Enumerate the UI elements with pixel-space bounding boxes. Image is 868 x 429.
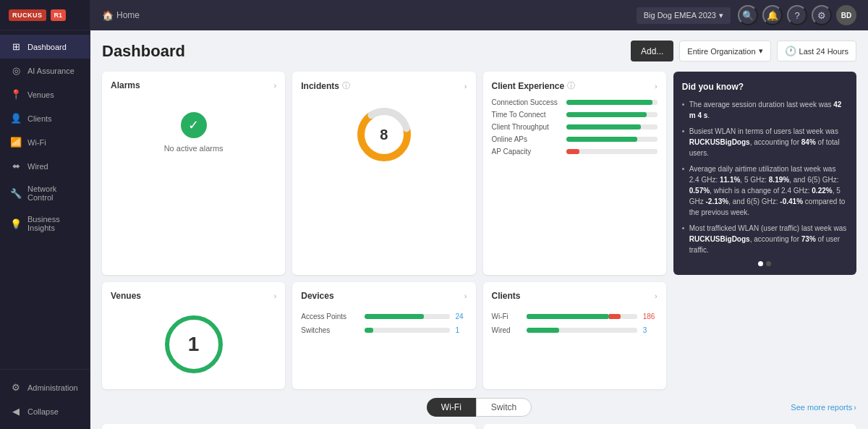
dyk-item-2: Average daily airtime utilization last w…	[682, 163, 848, 218]
dyk-item-0: The average session duration last week w…	[682, 99, 848, 121]
clock-icon: 🕐	[785, 46, 796, 56]
topbar-icons: 🔍 🔔 ? ⚙ BD	[738, 5, 856, 25]
client-label-wifi: Wi-Fi	[492, 313, 521, 320]
incidents-card: Incidents ⓘ › 8	[292, 72, 475, 275]
admin-icon: ⚙	[10, 382, 22, 393]
clients-arrow-icon[interactable]: ›	[655, 292, 658, 300]
page-header: Dashboard Add... Entire Organization ▾ 🕐…	[102, 41, 856, 61]
no-alarms-text: No active alarms	[164, 144, 224, 153]
check-circle-icon: ✓	[181, 112, 207, 138]
sidebar-item-dashboard[interactable]: ⊞ Dashboard	[0, 35, 90, 59]
sidebar-nav: ⊞ Dashboard ◎ AI Assurance 📍 Venues 👤 Cl…	[0, 30, 90, 369]
org-filter-button[interactable]: Entire Organization ▾	[679, 41, 770, 61]
ce-row-3: Online APs	[492, 135, 658, 143]
venues-card: Venues › 1	[102, 282, 285, 389]
see-more-label: See more reports	[791, 403, 852, 412]
device-row-1: Switches 1	[301, 326, 467, 334]
ce-rows: Connection Success Time To Connect Clien…	[492, 98, 658, 156]
org-filter-chevron: ▾	[759, 46, 763, 56]
sidebar-item-business-insights[interactable]: 💡 Business Insights	[0, 208, 90, 239]
org-selector[interactable]: Big Dog EMEA 2023 ▾	[637, 7, 731, 24]
alarms-arrow-icon[interactable]: ›	[274, 81, 277, 90]
ce-label-3: Online APs	[492, 135, 561, 143]
incidents-info-icon[interactable]: ⓘ	[342, 80, 350, 91]
add-button[interactable]: Add...	[631, 41, 673, 61]
sidebar-item-label: Business Insights	[27, 215, 80, 232]
clients-card: Clients › Wi-Fi 186 Wired	[483, 282, 666, 389]
topbar-home[interactable]: 🏠 Home	[102, 10, 140, 21]
client-row-wifi: Wi-Fi 186	[492, 313, 658, 320]
device-label-1: Switches	[301, 326, 359, 334]
venues-card-header: Venues ›	[111, 291, 276, 301]
dyk-title: Did you know?	[682, 80, 848, 93]
sidebar-item-network-control[interactable]: 🔧 Network Control	[0, 178, 90, 208]
sidebar-item-label: Wi-Fi	[27, 138, 46, 147]
client-count-wifi: 186	[643, 313, 658, 320]
ce-label-2: Client Throughput	[492, 123, 561, 131]
page-actions: Add... Entire Organization ▾ 🕐 Last 24 H…	[631, 41, 856, 61]
tabs-section: Wi-Fi Switch See more reports ›	[102, 398, 856, 417]
client-rows: Wi-Fi 186 Wired 3	[492, 308, 658, 334]
devices-arrow-icon[interactable]: ›	[464, 292, 467, 300]
sidebar-item-wired[interactable]: ⬌ Wired	[0, 154, 90, 178]
org-filter-label: Entire Organization	[687, 47, 755, 56]
tabs-center: Wi-Fi Switch	[427, 398, 532, 417]
clients-card-header: Clients ›	[492, 291, 658, 301]
tab-wifi[interactable]: Wi-Fi	[427, 398, 476, 417]
ai-assurance-icon: ◎	[10, 65, 22, 76]
ce-row-4: AP Capacity	[492, 148, 658, 156]
device-row-0: Access Points 24	[301, 313, 467, 320]
avatar[interactable]: BD	[836, 5, 856, 25]
dyk-pagination	[682, 261, 848, 266]
sidebar-item-venues[interactable]: 📍 Venues	[0, 82, 90, 106]
ce-info-icon[interactable]: ⓘ	[567, 80, 575, 91]
tab-switch[interactable]: Switch	[476, 398, 532, 417]
ce-card-header: Client Experience ⓘ ›	[492, 80, 658, 91]
ce-bar-4	[566, 149, 658, 154]
content-area: Dashboard Add... Entire Organization ▾ 🕐…	[90, 30, 868, 429]
sidebar-item-administration[interactable]: ⚙ Administration	[0, 375, 90, 399]
incidents-arrow-icon[interactable]: ›	[464, 82, 467, 90]
time-filter-label: Last 24 Hours	[799, 47, 848, 56]
ce-arrow-icon[interactable]: ›	[655, 82, 658, 90]
client-bar-wired	[527, 328, 637, 333]
ce-label-4: AP Capacity	[492, 148, 561, 156]
sidebar-item-collapse[interactable]: ◀ Collapse	[0, 399, 90, 423]
venues-arrow-icon[interactable]: ›	[274, 292, 277, 300]
notifications-button[interactable]: 🔔	[762, 5, 783, 25]
dashboard-icon: ⊞	[10, 41, 22, 52]
time-filter-button[interactable]: 🕐 Last 24 Hours	[777, 41, 856, 61]
sidebar-item-ai-assurance[interactable]: ◎ AI Assurance	[0, 59, 90, 82]
settings-button[interactable]: ⚙	[812, 5, 832, 25]
device-bar-1	[365, 328, 449, 333]
help-button[interactable]: ?	[787, 5, 807, 25]
ce-label-0: Connection Success	[492, 98, 561, 106]
dyk-dot-1[interactable]	[758, 261, 763, 266]
venues-title: Venues	[111, 291, 141, 301]
business-insights-icon: 💡	[10, 218, 22, 229]
alarms-content: ✓ No active alarms	[111, 98, 276, 167]
ce-title: Client Experience	[492, 81, 565, 91]
ce-label-1: Time To Connect	[492, 111, 561, 119]
device-label-0: Access Points	[301, 313, 359, 320]
dyk-dot-2[interactable]	[766, 261, 771, 266]
ce-row-0: Connection Success	[492, 98, 658, 106]
org-label: Big Dog EMEA 2023	[644, 11, 716, 20]
sidebar-item-wifi[interactable]: 📶 Wi-Fi	[0, 130, 90, 154]
client-count-wired: 3	[643, 326, 658, 334]
client-bar-wifi	[527, 314, 637, 319]
venue-count: 1	[188, 333, 200, 356]
device-bar-0	[365, 314, 449, 319]
see-more-reports[interactable]: See more reports ›	[791, 403, 856, 412]
sidebar: RUCKUS R1 ⊞ Dashboard ◎ AI Assurance 📍 V…	[0, 0, 90, 429]
traffic-chart-card: Traffic by Volume ⓘ 2.4 GHz 5 GHz	[102, 424, 476, 429]
sidebar-bottom: ⚙ Administration ◀ Collapse	[0, 369, 90, 429]
ce-bar-0	[566, 100, 658, 105]
home-icon: 🏠	[102, 10, 114, 21]
sidebar-item-clients[interactable]: 👤 Clients	[0, 106, 90, 130]
search-button[interactable]: 🔍	[738, 5, 758, 25]
dyk-item-1: Busiest WLAN in terms of users last week…	[682, 126, 848, 158]
dyk-item-3: Most trafficked WLAN (user traffic) last…	[682, 223, 848, 255]
sidebar-item-label: Collapse	[27, 407, 59, 416]
see-more-arrow-icon: ›	[854, 403, 856, 412]
